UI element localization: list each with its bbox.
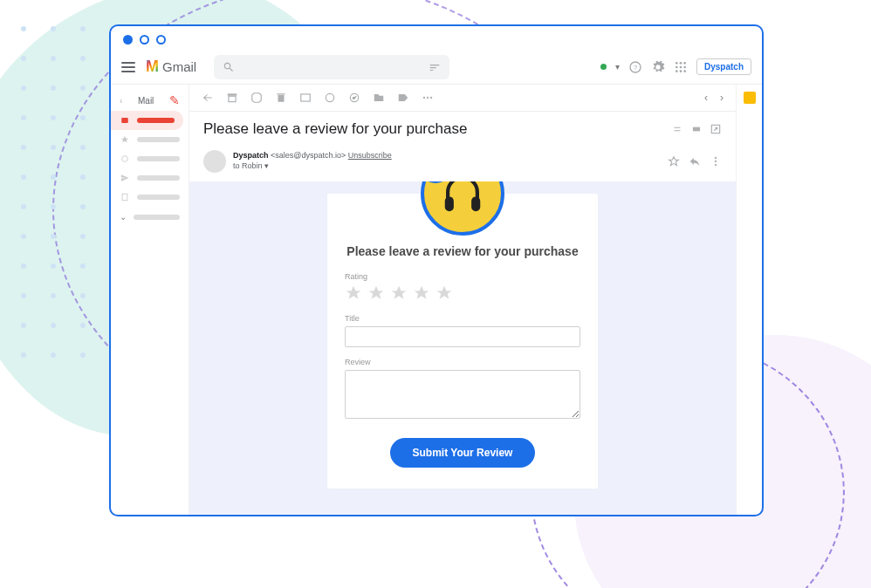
svg-point-3: [680, 62, 682, 65]
svg-point-7: [683, 65, 686, 68]
sender-avatar[interactable]: [203, 150, 226, 173]
inbox-icon: [120, 116, 130, 125]
svg-point-4: [683, 62, 686, 65]
sidebar-item-starred[interactable]: [111, 130, 189, 149]
prev-email-icon[interactable]: ‹: [704, 92, 708, 104]
sidebar-item-sent[interactable]: [111, 168, 189, 188]
status-indicator-icon: [600, 64, 607, 70]
labels-icon[interactable]: [397, 92, 409, 104]
email-body: yotpo. Please leave a review for your pu…: [189, 181, 736, 515]
svg-rect-11: [121, 118, 128, 123]
settings-gear-icon[interactable]: [651, 60, 665, 74]
svg-point-8: [676, 70, 678, 72]
help-icon[interactable]: ?: [628, 60, 642, 74]
gmail-m-icon: M: [146, 58, 159, 76]
window-control-minimize[interactable]: [140, 35, 149, 44]
star-icon: [120, 135, 130, 144]
open-new-window-icon[interactable]: [710, 123, 722, 135]
title-input[interactable]: [345, 326, 580, 347]
svg-point-20: [427, 97, 429, 99]
svg-point-6: [680, 65, 682, 68]
apps-grid-icon[interactable]: [674, 60, 688, 74]
sent-icon: [120, 174, 130, 182]
svg-point-24: [715, 157, 717, 159]
to-line: to Robin: [233, 161, 263, 170]
svg-point-17: [326, 93, 333, 101]
email-subject: Please leave a review for your purchase: [203, 120, 671, 138]
svg-rect-22: [693, 127, 700, 132]
svg-point-25: [715, 161, 717, 162]
star-message-icon[interactable]: [668, 155, 680, 168]
svg-point-26: [715, 164, 717, 166]
sidebar-item-drafts[interactable]: [111, 188, 189, 207]
hamburger-menu-icon[interactable]: [121, 62, 135, 72]
back-arrow-icon[interactable]: [202, 92, 214, 104]
delete-icon[interactable]: [275, 92, 287, 104]
star-3-icon[interactable]: [390, 284, 408, 302]
dropdown-caret-icon[interactable]: ▾: [615, 62, 620, 72]
message-more-icon[interactable]: [710, 155, 722, 168]
window-control-close[interactable]: [123, 35, 133, 44]
review-textarea[interactable]: [345, 370, 580, 419]
compose-pencil-icon[interactable]: ✎: [169, 93, 180, 107]
main-content: ‹ › Please leave a review for your purch…: [189, 85, 736, 515]
submit-review-button[interactable]: Submit Your Review: [390, 438, 536, 468]
star-2-icon[interactable]: [367, 284, 385, 302]
form-heading: Please leave a review for your purchase: [345, 244, 580, 258]
sidebar-item-snoozed[interactable]: [111, 149, 189, 168]
headphones-icon: [439, 181, 486, 217]
review-label: Review: [345, 358, 580, 366]
svg-rect-16: [301, 94, 311, 101]
svg-point-9: [680, 70, 682, 72]
header-right: ▾ ? Dyspatch: [600, 58, 751, 75]
svg-rect-13: [122, 194, 127, 201]
archive-icon[interactable]: [226, 92, 238, 104]
back-caret-icon[interactable]: ‹: [120, 96, 122, 106]
snooze-icon[interactable]: [324, 92, 336, 104]
svg-point-12: [122, 156, 128, 162]
sidebar: ‹ Mail ✎ ⌄: [111, 85, 189, 515]
svg-point-2: [676, 62, 678, 65]
keep-notes-icon[interactable]: [744, 92, 756, 104]
sidebar-item-inbox[interactable]: [111, 111, 183, 130]
svg-point-5: [676, 65, 678, 68]
svg-rect-27: [445, 196, 454, 211]
sender-row: Dyspatch <sales@dyspatch.io> Unsubscribe…: [189, 147, 736, 181]
star-1-icon[interactable]: [345, 284, 362, 302]
browser-window: M Gmail ▾ ? Dyspatch ‹ Mail ✎: [109, 24, 764, 516]
sidebar-item-more[interactable]: ⌄: [111, 207, 189, 227]
print-icon[interactable]: [690, 123, 703, 135]
svg-text:?: ?: [634, 63, 638, 71]
title-label: Title: [345, 314, 580, 323]
svg-point-21: [430, 97, 432, 99]
rating-stars[interactable]: [345, 284, 580, 302]
reply-icon[interactable]: [689, 155, 701, 168]
draft-icon: [120, 193, 130, 202]
gmail-logo[interactable]: M Gmail: [146, 58, 196, 76]
recipient-dropdown-icon[interactable]: ▾: [264, 161, 269, 170]
right-rail: [736, 85, 762, 515]
collapse-icon[interactable]: [671, 123, 683, 135]
star-5-icon[interactable]: [436, 284, 453, 302]
sender-name: Dyspatch: [233, 151, 269, 160]
mark-unread-icon[interactable]: [299, 92, 312, 104]
next-email-icon[interactable]: ›: [720, 92, 724, 104]
unsubscribe-link[interactable]: Unsubscribe: [348, 151, 392, 160]
spam-icon[interactable]: [250, 92, 263, 104]
window-control-maximize[interactable]: [156, 35, 166, 44]
move-to-icon[interactable]: [373, 92, 385, 104]
add-task-icon[interactable]: [348, 92, 360, 104]
more-icon[interactable]: [422, 92, 434, 104]
chevron-down-icon: ⌄: [120, 212, 127, 222]
gmail-brand-text: Gmail: [162, 59, 196, 74]
svg-rect-14: [228, 93, 237, 95]
gmail-header: M Gmail ▾ ? Dyspatch: [111, 50, 762, 85]
svg-point-10: [683, 70, 686, 72]
tune-icon[interactable]: [429, 61, 441, 73]
nav-mail-label[interactable]: Mail: [138, 96, 154, 106]
search-input[interactable]: [214, 55, 449, 79]
dyspatch-badge[interactable]: Dyspatch: [696, 58, 751, 75]
star-4-icon[interactable]: [413, 284, 430, 302]
review-form-card: yotpo. Please leave a review for your pu…: [327, 194, 598, 489]
search-icon: [223, 61, 235, 73]
